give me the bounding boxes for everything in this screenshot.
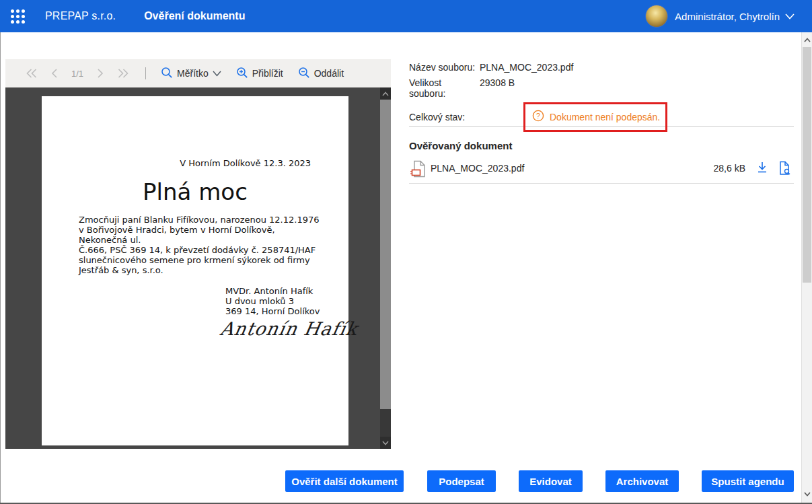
pdf-viewer: 1/1 Měřítko Přiblížit bbox=[5, 59, 391, 449]
status-label: Celkový stav: bbox=[409, 112, 480, 122]
zoom-out-button[interactable]: Oddálit bbox=[298, 67, 344, 81]
company-name: PREPAP s.r.o. bbox=[45, 10, 116, 22]
scale-dropdown[interactable]: Měřítko bbox=[161, 67, 221, 81]
app-root: PREPAP s.r.o. Ověření dokumentu Administ… bbox=[0, 0, 812, 504]
page-scrollbar[interactable] bbox=[801, 32, 812, 503]
handwritten-signature: Antonín Hafík bbox=[219, 318, 359, 339]
scroll-down-icon[interactable] bbox=[802, 488, 812, 500]
file-name-label: Název souboru: bbox=[409, 62, 480, 73]
verified-document-heading: Ověřovaný dokument bbox=[409, 140, 512, 151]
signer-line: 369 14, Horní Dolíkov bbox=[225, 306, 320, 316]
body-line: v Bořivojově Hradci, bytem v Horní Dolík… bbox=[79, 225, 321, 245]
status-row: Celkový stav: bbox=[409, 112, 480, 122]
user-name: Administrátor, Chytrolín bbox=[675, 11, 780, 22]
toolbar-divider bbox=[145, 67, 146, 79]
scroll-up-icon[interactable] bbox=[380, 87, 391, 100]
zoom-in-icon bbox=[236, 67, 248, 81]
prev-page-button[interactable] bbox=[51, 68, 58, 79]
chevron-down-icon bbox=[213, 71, 221, 77]
viewer-scrollbar[interactable] bbox=[380, 87, 391, 449]
body-line: Č.666, PSČ 369 14, k převzetí dodávky č.… bbox=[79, 245, 321, 255]
body-line: slunečnicového semene pro krmení sýkorek… bbox=[79, 255, 321, 265]
page-title: Ověření dokumentu bbox=[144, 10, 245, 22]
sign-button[interactable]: Podepsat bbox=[427, 470, 496, 492]
file-name-row: Název souboru: PLNA_MOC_2023.pdf bbox=[409, 62, 480, 73]
user-menu[interactable]: Administrátor, Chytrolín bbox=[645, 5, 795, 28]
document-title: Plná moc bbox=[42, 178, 348, 205]
action-bar: Ověřit další dokument Podepsat Evidovat … bbox=[0, 470, 812, 492]
signer-line: MVDr. Antonín Hafík bbox=[225, 286, 320, 296]
zoom-out-icon bbox=[298, 67, 310, 81]
scroll-up-icon[interactable] bbox=[802, 34, 812, 46]
status-text: Dokument není podepsán. bbox=[550, 112, 660, 122]
svg-text:?: ? bbox=[536, 112, 540, 120]
avatar bbox=[645, 5, 668, 28]
app-header: PREPAP s.r.o. Ověření dokumentu Administ… bbox=[0, 0, 812, 32]
last-page-button[interactable] bbox=[117, 68, 129, 79]
apps-grid-icon[interactable] bbox=[11, 9, 25, 24]
download-icon[interactable] bbox=[756, 161, 768, 176]
body-line: Zmocňuji paní Blanku Fifíkovou, narozeno… bbox=[79, 215, 321, 225]
status-highlight-box: ? Dokument není podepsán. bbox=[523, 102, 667, 132]
zoom-out-label: Oddálit bbox=[314, 68, 344, 79]
document-body: Zmocňuji paní Blanku Fifíkovou, narozeno… bbox=[79, 215, 321, 275]
viewer-canvas: V Horním Dolíkově 12.3. 2023 Plná moc Zm… bbox=[5, 87, 391, 449]
magnifier-icon bbox=[161, 67, 173, 81]
body-line: Jestřáb & syn, s.r.o. bbox=[79, 265, 321, 275]
file-size-label: Velikost souboru: bbox=[409, 77, 480, 99]
zoom-in-label: Přiblížit bbox=[252, 68, 283, 79]
next-page-button[interactable] bbox=[97, 68, 104, 79]
file-size-value: 29308 B bbox=[480, 77, 515, 88]
page-scrollbar-thumb[interactable] bbox=[803, 47, 811, 283]
viewer-scrollbar-thumb[interactable] bbox=[380, 100, 391, 409]
page-indicator: 1/1 bbox=[71, 69, 83, 79]
chevron-down-icon bbox=[785, 10, 795, 22]
divider bbox=[409, 183, 794, 184]
file-row-name: PLNA_MOC_2023.pdf bbox=[431, 163, 524, 174]
warning-icon: ? bbox=[532, 110, 544, 124]
archive-button[interactable]: Archivovat bbox=[605, 470, 679, 492]
window-edge bbox=[0, 32, 1, 504]
signer-block: MVDr. Antonín Hafík U dvou mloků 3 369 1… bbox=[225, 286, 320, 316]
register-button[interactable]: Evidovat bbox=[519, 470, 583, 492]
first-page-button[interactable] bbox=[26, 68, 38, 79]
document-dateline: V Horním Dolíkově 12.3. 2023 bbox=[180, 158, 311, 168]
file-name-value: PLNA_MOC_2023.pdf bbox=[480, 62, 573, 73]
file-row: PLNA_MOC_2023.pdf 28,6 kB bbox=[409, 159, 794, 179]
file-size-row: Velikost souboru: 29308 B bbox=[409, 77, 480, 99]
run-agenda-button[interactable]: Spustit agendu bbox=[702, 470, 794, 492]
pdf-file-icon bbox=[410, 160, 427, 180]
preview-document-icon[interactable] bbox=[778, 161, 791, 178]
zoom-in-button[interactable]: Přiblížit bbox=[236, 67, 283, 81]
viewer-toolbar: 1/1 Měřítko Přiblížit bbox=[5, 59, 391, 87]
document-page: V Horním Dolíkově 12.3. 2023 Plná moc Zm… bbox=[42, 96, 348, 445]
scale-label: Měřítko bbox=[177, 68, 209, 79]
file-row-size: 28,6 kB bbox=[714, 163, 745, 174]
scroll-down-icon[interactable] bbox=[380, 437, 391, 449]
signer-line: U dvou mloků 3 bbox=[225, 296, 320, 306]
verify-next-document-button[interactable]: Ověřit další dokument bbox=[285, 470, 404, 492]
